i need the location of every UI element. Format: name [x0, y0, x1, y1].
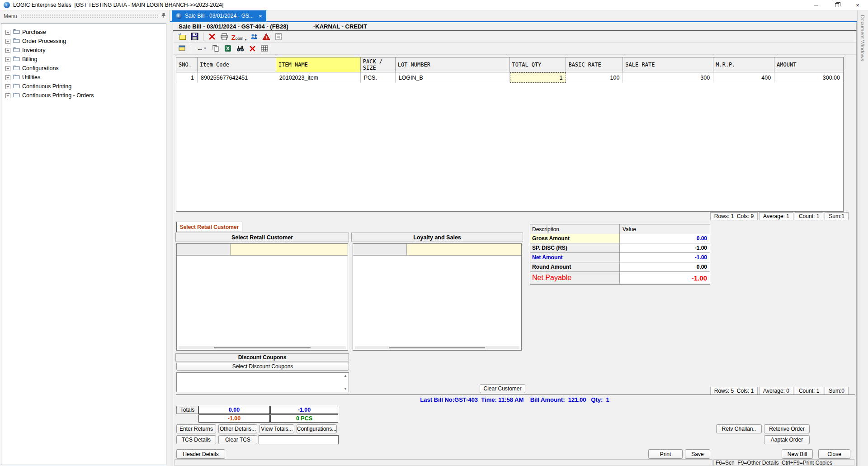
- column-header-item-code[interactable]: Item Code: [198, 57, 276, 72]
- expand-plus-icon[interactable]: +: [5, 30, 10, 35]
- loyalty-grid-header-cell[interactable]: [353, 244, 407, 255]
- column-header-lot-number[interactable]: LOT NUMBER: [396, 57, 510, 72]
- expand-plus-icon[interactable]: +: [5, 39, 10, 44]
- tree-item-continuous-printing-orders[interactable]: + Continuous Printing - Orders: [1, 91, 166, 100]
- window-icon[interactable]: [177, 44, 187, 53]
- expand-plus-icon[interactable]: +: [5, 75, 10, 80]
- print-button[interactable]: Print: [648, 449, 683, 459]
- tree-item-billing[interactable]: + Billing: [1, 55, 166, 64]
- loyalty-sales-panel-title: Loyalty and Sales: [351, 233, 523, 242]
- view-totals-button[interactable]: View Totals...: [259, 424, 294, 433]
- expand-plus-icon[interactable]: +: [5, 48, 10, 53]
- column-header-total-qty[interactable]: TOTAL QTY: [510, 57, 566, 72]
- tree-item-label: Utilities: [22, 74, 40, 81]
- tree-item-purchase[interactable]: + Purchase: [1, 28, 166, 37]
- aaptak-order-button[interactable]: Aaptak Order: [764, 435, 810, 444]
- column-header-sno[interactable]: SNO.: [176, 57, 198, 72]
- cell-lot-number[interactable]: LOGIN_B: [396, 72, 510, 83]
- tcs-input[interactable]: [259, 435, 339, 444]
- loyalty-search-cell[interactable]: [407, 244, 521, 255]
- pin-icon[interactable]: [161, 12, 166, 20]
- column-width-icon[interactable]: ↔▼: [195, 44, 208, 53]
- column-header-amount[interactable]: AMOUNT: [774, 57, 843, 72]
- tree-item-label: Continuous Printing: [22, 83, 71, 90]
- cell-pack-size[interactable]: PCS.: [361, 72, 396, 83]
- new-bill-button[interactable]: New Bill: [782, 449, 813, 459]
- cell-amount[interactable]: 300.00: [774, 72, 843, 83]
- cell-item-name[interactable]: 20102023_item: [276, 72, 361, 83]
- close-icon[interactable]: ×: [847, 0, 868, 10]
- select-discount-coupons-button[interactable]: Select Discount Coupons: [176, 362, 349, 371]
- tree-item-label: Inventory: [22, 47, 45, 53]
- column-header-pack-size[interactable]: PACK / SIZE: [361, 57, 396, 72]
- scroll-up-icon[interactable]: ▲: [344, 374, 347, 378]
- tab-select-retail-customer[interactable]: Select Retail Customer: [176, 222, 242, 232]
- expand-plus-icon[interactable]: +: [5, 84, 10, 89]
- loyalty-sales-grid: [353, 243, 522, 351]
- customer-grid-header-cell[interactable]: [177, 244, 231, 255]
- close-button[interactable]: Close: [818, 449, 850, 459]
- column-header-sale-rate[interactable]: SALE RATE: [623, 57, 713, 72]
- horizontal-scrollbar[interactable]: [355, 346, 519, 349]
- cell-item-code[interactable]: 890255677642451: [198, 72, 276, 83]
- tree-item-order-processing[interactable]: + Order Processing: [1, 37, 166, 46]
- close-icon[interactable]: ×: [259, 13, 262, 19]
- retv-challan-button[interactable]: Retv Challan..: [716, 424, 762, 433]
- menu-tree: + Purchase + Order Processing + Inventor…: [1, 23, 166, 465]
- discount-coupons-list[interactable]: ▲ ▼: [176, 372, 349, 392]
- expand-plus-icon[interactable]: +: [5, 93, 10, 98]
- tree-item-continuous-printing[interactable]: + Continuous Printing: [1, 82, 166, 91]
- save-button[interactable]: Save: [685, 449, 710, 459]
- column-header-basic-rate[interactable]: BASIC RATE: [566, 57, 623, 72]
- alert-icon[interactable]: [261, 32, 271, 41]
- tree-item-configurations[interactable]: + Configurations: [1, 64, 166, 73]
- enter-returns-button[interactable]: Enter Returns: [176, 424, 216, 433]
- reterive-order-button[interactable]: Reterive Order: [764, 424, 810, 433]
- summary-row-net-payable: Net Payable -1.00: [530, 272, 710, 284]
- expand-plus-icon[interactable]: +: [5, 66, 10, 71]
- form-details-icon[interactable]: [274, 32, 283, 41]
- scroll-down-icon[interactable]: ▼: [344, 387, 347, 391]
- header-details-button[interactable]: Header Details: [176, 449, 225, 459]
- cell-total-qty-selected[interactable]: 1: [510, 72, 566, 83]
- retail-customer-panel-title: Select Retail Customer: [175, 233, 349, 242]
- expand-plus-icon[interactable]: +: [5, 57, 10, 62]
- horizontal-scrollbar[interactable]: [179, 346, 346, 349]
- cell-sno[interactable]: 1: [176, 72, 198, 83]
- document-windows-strip[interactable]: Document Windows: [857, 10, 868, 466]
- copy-icon[interactable]: [211, 44, 221, 53]
- delete-icon[interactable]: [207, 32, 217, 41]
- save-icon[interactable]: [189, 32, 199, 41]
- column-header-item-name[interactable]: ITEM NAME: [276, 57, 361, 72]
- grid-icon[interactable]: [259, 44, 269, 53]
- column-header-mrp[interactable]: M.R.P.: [713, 57, 774, 72]
- tree-item-utilities[interactable]: + Utilities: [1, 73, 166, 82]
- tree-item-label: Order Processing: [22, 38, 66, 44]
- grid-stats-bar: Rows: 1 Cols: 9 Average: 1 Count: 1 Sum:…: [710, 212, 849, 220]
- form-header: Sale Bill - 03/01/2024 - GST-404 - (FB28…: [173, 22, 856, 31]
- users-icon[interactable]: [249, 32, 259, 41]
- restore-icon[interactable]: [826, 0, 847, 10]
- window-title: LOGIC Enterprise Sales [GST TESTING DATA…: [13, 2, 223, 8]
- clear-customer-button[interactable]: Clear Customer: [480, 384, 525, 393]
- tab-sale-bill[interactable]: L Sale Bill - 03/01/2024 - GS... ×: [172, 10, 266, 21]
- configurations-button[interactable]: Configurations...: [297, 424, 337, 433]
- cell-sale-rate[interactable]: 300: [623, 72, 713, 83]
- delete-row-icon[interactable]: [247, 44, 257, 53]
- folder-icon: [13, 92, 20, 99]
- print-icon[interactable]: [219, 32, 229, 41]
- folder-icon: [13, 38, 20, 45]
- clear-tcs-button[interactable]: Clear TCS: [218, 435, 257, 444]
- tcs-details-button[interactable]: TCS Details: [176, 435, 216, 444]
- zoom-dropdown[interactable]: Zoom ▼: [231, 32, 247, 41]
- other-details-button[interactable]: Other Details...: [218, 424, 257, 433]
- excel-export-icon[interactable]: [223, 44, 233, 53]
- cell-basic-rate[interactable]: 100: [566, 72, 623, 83]
- customer-search-cell[interactable]: [231, 244, 348, 255]
- find-icon[interactable]: [235, 44, 245, 53]
- cell-mrp[interactable]: 400: [713, 72, 774, 83]
- tree-item-inventory[interactable]: + Inventory: [1, 46, 166, 55]
- minimize-icon[interactable]: [806, 0, 826, 10]
- new-bill-icon[interactable]: [177, 32, 187, 41]
- window-controls: ×: [806, 0, 868, 10]
